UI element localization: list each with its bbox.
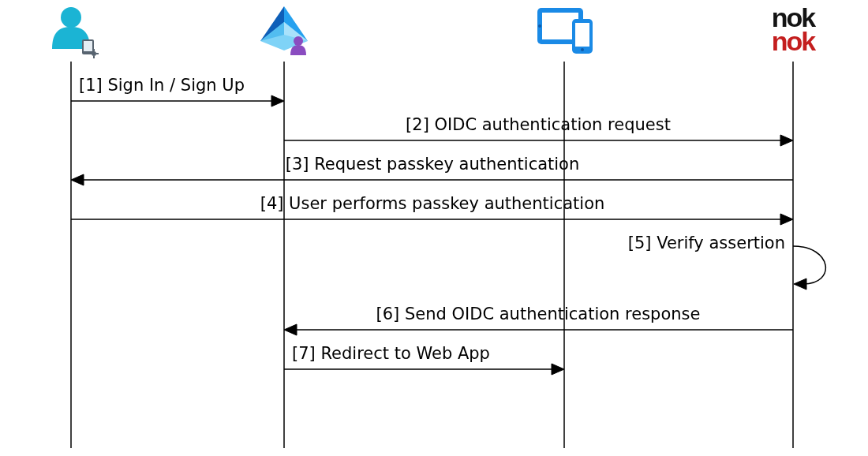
svg-rect-6 <box>89 53 92 54</box>
svg-marker-27 <box>284 324 297 335</box>
svg-marker-29 <box>552 364 564 375</box>
svg-point-3 <box>92 51 96 56</box>
svg-text:nok: nok <box>772 26 817 56</box>
svg-point-0 <box>61 7 81 28</box>
message-3-label: [3] Request passkey authentication <box>286 155 580 174</box>
message-7: [7] Redirect to Web App <box>284 344 564 375</box>
svg-rect-5 <box>93 56 95 58</box>
svg-marker-22 <box>71 174 84 185</box>
svg-rect-13 <box>575 23 589 47</box>
svg-marker-24 <box>780 214 793 225</box>
participant-user-icon <box>52 7 99 58</box>
message-4: [4] User performs passkey authentication <box>71 194 793 225</box>
message-1: [1] Sign In / Sign Up <box>71 76 284 107</box>
message-1-label: [1] Sign In / Sign Up <box>79 76 245 95</box>
message-3: [3] Request passkey authentication <box>71 155 793 185</box>
message-6: [6] Send OIDC authentication response <box>284 305 793 335</box>
participant-device-icon <box>537 8 593 54</box>
svg-point-8 <box>294 36 303 46</box>
message-5: [5] Verify assertion <box>628 234 826 290</box>
svg-point-14 <box>581 48 584 51</box>
svg-rect-2 <box>84 41 92 51</box>
participant-noknok-icon: nok nok <box>772 2 817 56</box>
svg-rect-7 <box>96 53 99 54</box>
svg-point-11 <box>538 24 541 28</box>
message-6-label: [6] Send OIDC authentication response <box>376 305 701 323</box>
svg-marker-25 <box>794 278 806 290</box>
svg-rect-4 <box>93 49 95 51</box>
message-4-label: [4] User performs passkey authentication <box>260 194 605 213</box>
svg-marker-18 <box>271 95 284 107</box>
message-5-label: [5] Verify assertion <box>628 234 785 252</box>
sequence-diagram: nok nok [1] Sign In / Sign Up [2] OIDC a… <box>0 0 868 456</box>
message-2-label: [2] OIDC authentication request <box>406 115 671 134</box>
participant-idp-icon <box>260 6 308 55</box>
svg-marker-20 <box>780 135 793 146</box>
message-7-label: [7] Redirect to Web App <box>292 344 490 363</box>
message-2: [2] OIDC authentication request <box>284 115 793 146</box>
